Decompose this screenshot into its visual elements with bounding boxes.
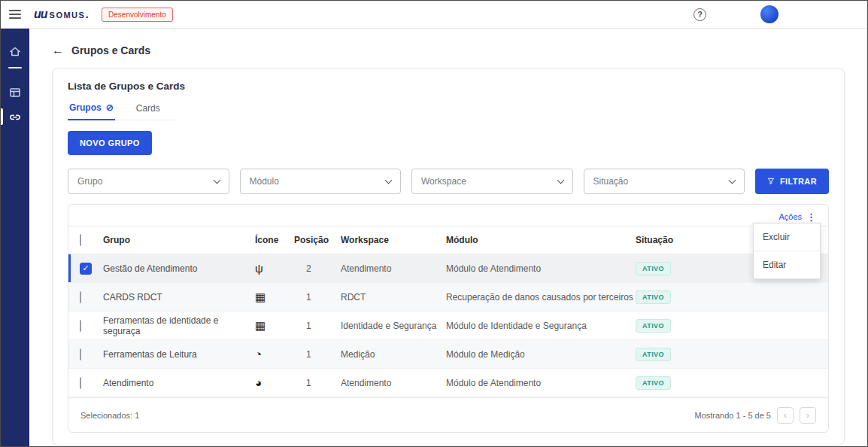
header-posicao: Posição xyxy=(294,235,341,245)
grupo-select-placeholder: Grupo xyxy=(77,176,102,187)
showing-range: Mostrando 1 - 5 de 5 xyxy=(694,411,771,420)
actions-menu-button[interactable]: Ações xyxy=(778,212,802,221)
row-checkbox[interactable] xyxy=(80,348,81,360)
sidebar-item-tables[interactable] xyxy=(1,81,29,105)
cell-grupo: Ferramentas de identidade e seguraça xyxy=(103,315,255,336)
chevron-down-icon xyxy=(385,176,393,184)
next-page-button[interactable]: › xyxy=(800,407,816,424)
somus-logo: uu somus. xyxy=(34,8,90,21)
back-arrow-icon[interactable]: ← xyxy=(52,44,64,57)
cell-posicao: 1 xyxy=(294,321,341,331)
status-badge: ATIVO xyxy=(636,290,671,304)
cell-posicao: 1 xyxy=(294,378,341,388)
cell-grupo: Gestão de Atendimento xyxy=(103,263,255,274)
status-badge: ATIVO xyxy=(636,262,671,275)
cell-posicao: 1 xyxy=(294,292,341,303)
table-row[interactable]: CARDS RDCT ▦ 1 RDCT Recuperação de danos… xyxy=(68,283,828,312)
tab-cards[interactable]: Cards xyxy=(135,102,162,120)
table-card: Ações ⋮ Excluir Editar Grupo Ícone Posiç… xyxy=(68,204,829,433)
main-content: ← Grupos e Cards Lista de Grupos e Cards… xyxy=(29,29,867,446)
check-icon: ✓ xyxy=(82,263,89,273)
avatar[interactable] xyxy=(760,5,778,23)
table-row[interactable]: Ferramentas de Leitura ◔ 1 Medição Módul… xyxy=(68,340,828,369)
situacao-select-placeholder: Situação xyxy=(593,176,629,187)
header-grupo: Grupo xyxy=(103,235,255,245)
globe-icon: ◕ xyxy=(255,376,294,389)
selected-count: Selecionados: 1 xyxy=(80,411,139,420)
table-header-row: Grupo Ícone Posição Workspace Módulo Sit… xyxy=(68,226,828,254)
actions-dropdown-menu: Excluir Editar xyxy=(753,223,821,279)
header-modulo: Módulo xyxy=(446,235,636,245)
chevron-down-icon xyxy=(729,176,736,184)
hamburger-menu-icon[interactable] xyxy=(8,8,22,21)
logo-text: somus. xyxy=(50,8,90,20)
cell-grupo: Ferramentas de Leitura xyxy=(103,349,255,360)
sidebar-item-links[interactable] xyxy=(1,105,29,129)
status-badge: ATIVO xyxy=(636,348,671,361)
app-window: uu somus. Desenvolvimento ? xyxy=(0,0,868,447)
row-checkbox[interactable] xyxy=(80,291,81,303)
prev-page-button[interactable]: ‹ xyxy=(777,407,794,424)
funnel-icon xyxy=(767,177,775,186)
cell-workspace: Medição xyxy=(341,349,446,360)
menu-item-editar[interactable]: Editar xyxy=(754,251,820,278)
workspace-select-placeholder: Workspace xyxy=(421,176,466,187)
cell-modulo: Recuperação de danos causados por tercei… xyxy=(446,292,636,303)
cell-workspace: Identidade e Segurança xyxy=(341,321,446,331)
table-row[interactable]: Ferramentas de identidade e seguraça ▦ 1… xyxy=(68,312,828,340)
tab-grupos-label: Grupos xyxy=(69,102,102,113)
topbar-left: uu somus. Desenvolvimento xyxy=(8,8,173,22)
page-header: ← Grupos e Cards xyxy=(52,44,845,57)
sidebar-item-home[interactable] xyxy=(1,39,29,63)
new-group-button[interactable]: NOVO GRUPO xyxy=(68,131,152,155)
grupo-select[interactable]: Grupo xyxy=(68,169,229,194)
qr-code-icon: ▦ xyxy=(255,290,294,304)
situacao-select[interactable]: Situação xyxy=(584,169,745,194)
kebab-menu-icon[interactable]: ⋮ xyxy=(806,211,816,223)
cell-posicao: 1 xyxy=(294,349,341,360)
actions-bar: Ações ⋮ xyxy=(68,205,828,226)
cell-modulo: Módulo de Medição xyxy=(446,349,636,360)
header-workspace: Workspace xyxy=(341,235,446,245)
cell-grupo: CARDS RDCT xyxy=(103,292,255,303)
tab-status-icon: ⊘ xyxy=(106,102,114,113)
table-row[interactable]: ✓ Gestão de Atendimento ψ 2 Atendimento … xyxy=(68,254,828,283)
row-checkbox[interactable]: ✓ xyxy=(80,263,92,275)
modulo-select-placeholder: Módulo xyxy=(250,176,279,187)
tab-cards-label: Cards xyxy=(136,103,160,114)
status-badge: ATIVO xyxy=(636,376,671,390)
environment-badge: Desenvolvimento xyxy=(102,8,173,22)
table-row[interactable]: Atendimento ◕ 1 Atendimento Módulo de At… xyxy=(68,369,828,397)
tab-grupos[interactable]: Grupos ⊘ xyxy=(68,102,115,120)
cell-workspace: Atendimento xyxy=(341,263,446,274)
logo-mark-icon: uu xyxy=(34,8,47,21)
filter-button-label: FILTRAR xyxy=(780,177,817,186)
help-icon[interactable]: ? xyxy=(693,8,706,21)
sidebar-divider xyxy=(8,67,22,68)
qr-code-icon: ▦ xyxy=(255,319,294,333)
page-title: Grupos e Cards xyxy=(71,44,150,56)
select-all-checkbox[interactable] xyxy=(80,234,81,246)
link-icon xyxy=(8,110,22,123)
table-icon xyxy=(8,86,22,99)
tabs: Grupos ⊘ Cards xyxy=(68,102,175,120)
groups-cards-panel: Lista de Grupos e Cards Grupos ⊘ Cards N… xyxy=(52,68,845,445)
row-checkbox[interactable] xyxy=(80,377,81,389)
support-agent-icon: ψ xyxy=(255,262,294,275)
home-icon xyxy=(8,44,22,58)
table-footer: Selecionados: 1 Mostrando 1 - 5 de 5 ‹ › xyxy=(68,397,828,432)
cell-workspace: RDCT xyxy=(341,292,446,303)
cell-workspace: Atendimento xyxy=(341,378,446,388)
row-checkbox[interactable] xyxy=(80,320,81,332)
topbar: uu somus. Desenvolvimento ? xyxy=(1,1,867,29)
filters-row: Grupo Módulo Workspace Situação xyxy=(68,169,829,194)
modulo-select[interactable]: Módulo xyxy=(240,169,402,194)
filter-button[interactable]: FILTRAR xyxy=(755,169,829,194)
gauge-icon: ◔ xyxy=(255,348,294,360)
cell-modulo: Módulo de Atendimento xyxy=(446,263,636,274)
chevron-down-icon xyxy=(557,176,564,184)
cell-modulo: Módulo de Identidade e Segurança xyxy=(446,321,636,331)
workspace-select[interactable]: Workspace xyxy=(411,169,573,194)
pagination: Mostrando 1 - 5 de 5 ‹ › xyxy=(694,407,816,424)
menu-item-excluir[interactable]: Excluir xyxy=(754,224,820,251)
